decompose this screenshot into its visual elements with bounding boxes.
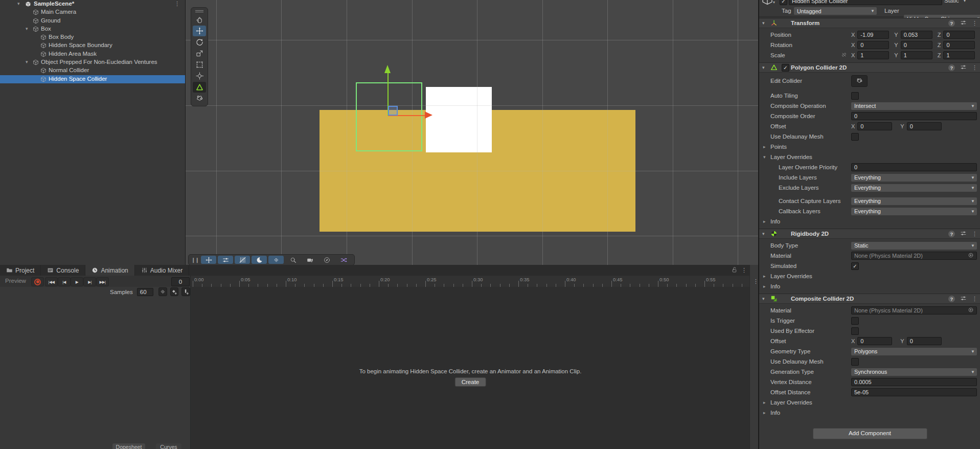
tab-console[interactable]: Console xyxy=(41,265,85,276)
foldout-arrow-icon[interactable]: ▸ xyxy=(763,400,766,405)
gizmos-tool[interactable] xyxy=(319,256,334,264)
z-field[interactable]: 0 xyxy=(943,41,975,49)
geometry-type-dropdown[interactable]: Polygons▼ xyxy=(851,348,977,355)
used-by-effector-checkbox[interactable] xyxy=(851,327,859,335)
overlay-drag-handle[interactable] xyxy=(192,9,207,14)
composite-operation-dropdown[interactable]: Intersect▼ xyxy=(851,102,977,110)
foldout-arrow-icon[interactable]: ▸ xyxy=(763,410,766,415)
x-field[interactable]: 1 xyxy=(857,51,889,59)
help-icon[interactable]: ? xyxy=(948,231,955,237)
simulated-checkbox[interactable]: ✓ xyxy=(851,262,859,270)
move-overlay-tool[interactable] xyxy=(201,256,216,264)
add-keyframe-button[interactable] xyxy=(170,287,179,296)
hierarchy-item[interactable]: ▾Object Prepped For Non-Eucledian Ventur… xyxy=(0,58,185,66)
keyframe-indicator-button[interactable] xyxy=(158,287,167,296)
tab-animation[interactable]: Animation xyxy=(85,265,134,276)
unlock-icon[interactable] xyxy=(731,266,738,274)
create-button[interactable]: Create xyxy=(455,377,486,387)
scene-menu-icon[interactable]: ⋮ xyxy=(174,1,180,7)
x-field[interactable]: -1.09 xyxy=(857,31,889,39)
hierarchy-item[interactable]: Hidden Area Mask xyxy=(0,50,185,58)
record-button[interactable] xyxy=(31,277,44,286)
scale-tool[interactable] xyxy=(193,48,206,59)
component-menu-icon[interactable]: ⋮ xyxy=(972,64,977,71)
overlay-drag-handle[interactable]: ❙❙ xyxy=(191,257,199,263)
offset-distance-field[interactable]: 5e-05 xyxy=(851,388,977,396)
curves-tab[interactable]: Curves xyxy=(156,443,181,449)
edit-polygon-collider-tool[interactable] xyxy=(193,82,206,93)
tab-audio-mixer[interactable]: Audio Mixer xyxy=(135,265,189,276)
y-field[interactable]: 0 xyxy=(907,337,942,345)
presets-icon[interactable] xyxy=(960,64,967,72)
foldout-arrow-icon[interactable]: ▸ xyxy=(763,274,766,279)
random-tool[interactable] xyxy=(336,256,351,264)
previous-key-button[interactable]: |◀ xyxy=(58,277,71,286)
static-dropdown[interactable]: ▾ xyxy=(964,0,966,3)
component-header[interactable]: ▾ ✓ Polygon Collider 2D ?⋮ xyxy=(759,62,980,73)
z-field[interactable]: 1 xyxy=(943,51,975,59)
y-field[interactable]: 0 xyxy=(907,122,942,130)
help-icon[interactable]: ? xyxy=(948,296,955,302)
go-to-start-button[interactable]: |◀◀ xyxy=(45,277,58,286)
timeline-ruler[interactable]: 0:000:050:100:150:200:250:300:350:400:45… xyxy=(190,276,750,287)
foldout-arrow-icon[interactable]: ▾ xyxy=(762,296,765,301)
current-frame-field[interactable]: 0 xyxy=(171,277,190,286)
add-event-button[interactable] xyxy=(181,287,190,296)
foldout-arrow-icon[interactable]: ▸ xyxy=(763,144,766,149)
add-component-button[interactable]: Add Component xyxy=(813,428,927,439)
foldout-arrow-icon[interactable]: ▾ xyxy=(26,59,28,64)
include-layers-dropdown[interactable]: Everything▼ xyxy=(851,174,977,182)
search-tool[interactable] xyxy=(285,256,301,264)
callback-layers-dropdown[interactable]: Everything▼ xyxy=(851,208,977,215)
x-field[interactable]: 0 xyxy=(857,122,892,130)
vertex-distance-field[interactable]: 0.0005 xyxy=(851,378,977,386)
foldout-arrow-icon[interactable]: ▾ xyxy=(762,65,765,70)
camera-tool[interactable] xyxy=(302,256,317,264)
next-key-button[interactable]: ▶| xyxy=(83,277,96,286)
hierarchy-item[interactable]: Main Camera xyxy=(0,8,185,16)
go-to-end-button[interactable]: ▶▶| xyxy=(96,277,109,286)
tag-dropdown[interactable]: Untagged▼ xyxy=(794,7,877,15)
hierarchy-item[interactable]: Hidden Space Collider xyxy=(0,75,185,83)
view-hand-tool[interactable] xyxy=(193,14,206,25)
samples-field[interactable]: 60 xyxy=(137,288,153,296)
hidden-space-sprite[interactable] xyxy=(426,87,492,152)
x-field[interactable]: 0 xyxy=(857,41,889,49)
component-enabled-checkbox[interactable]: ✓ xyxy=(782,64,789,72)
contact-capture-layers-dropdown[interactable]: Everything▼ xyxy=(851,197,977,205)
play-button[interactable]: ▶ xyxy=(71,277,83,286)
y-field[interactable]: 0 xyxy=(901,41,932,49)
gameobject-icon-dropdown[interactable]: ▾ xyxy=(773,0,775,5)
name-field[interactable]: Hidden Space Collider xyxy=(789,0,942,5)
dopesheet-area[interactable]: To begin animating Hidden Space Collider… xyxy=(190,287,750,449)
rotate-tool[interactable] xyxy=(193,37,206,48)
foldout-arrow-icon[interactable]: ▾ xyxy=(17,1,20,6)
x-field[interactable]: 0 xyxy=(857,337,892,345)
z-field[interactable]: 0 xyxy=(943,31,975,39)
tab-menu-icon[interactable]: ⋮ xyxy=(741,267,747,274)
component-menu-icon[interactable]: ⋮ xyxy=(972,231,977,237)
is-trigger-checkbox[interactable] xyxy=(851,317,859,325)
foldout-arrow-icon[interactable]: ▸ xyxy=(763,219,766,224)
hierarchy-item[interactable]: ▾Box xyxy=(0,25,185,33)
transform-tool[interactable] xyxy=(193,71,206,81)
y-field[interactable]: 1 xyxy=(901,51,932,59)
edit-collider-button[interactable] xyxy=(851,75,868,87)
use-delaunay-mesh-checkbox[interactable] xyxy=(851,358,859,366)
help-icon[interactable]: ? xyxy=(948,20,955,27)
hierarchy-item[interactable]: Hidden Space Boundary xyxy=(0,41,185,50)
effects-tool[interactable] xyxy=(268,256,284,264)
scene-view[interactable]: ❙❙ xyxy=(186,0,758,265)
layer-override-priority-field[interactable]: 0 xyxy=(851,163,977,171)
y-field[interactable]: 0.053 xyxy=(901,31,932,39)
foldout-arrow-icon[interactable]: ▾ xyxy=(26,26,28,31)
dopesheet-tab[interactable]: Dopesheet xyxy=(112,443,145,449)
foldout-arrow-icon[interactable]: ▾ xyxy=(762,231,765,236)
exclude-layers-dropdown[interactable]: Everything▼ xyxy=(851,184,977,192)
help-icon[interactable]: ? xyxy=(948,64,955,71)
preview-toggle[interactable]: Preview xyxy=(5,278,26,284)
material-object-field[interactable]: None (Physics Material 2D) xyxy=(851,306,977,315)
link-scale-icon[interactable] xyxy=(841,52,847,59)
material-object-field[interactable]: None (Physics Material 2D) xyxy=(851,252,977,260)
presets-icon[interactable] xyxy=(960,230,967,238)
